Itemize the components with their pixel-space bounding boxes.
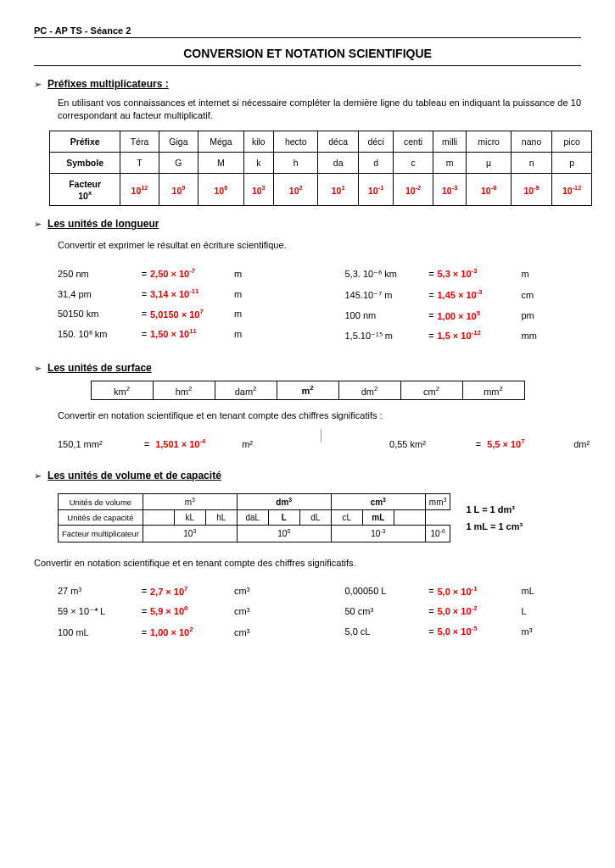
cell: h: [274, 152, 318, 173]
volume-table: Unités de volume m3 dm3 cm3 mm3 Unités d…: [58, 493, 450, 542]
lhs: 100 nm: [345, 310, 426, 320]
section-length-intro: Convertir et exprimer le résultat en écr…: [58, 240, 581, 250]
unit: cm: [522, 290, 534, 300]
volume-table-wrap: Unités de volume m3 dm3 cm3 mm3 Unités d…: [34, 488, 581, 548]
unit: cm³: [234, 606, 249, 616]
table-row: Préfixe Téra Giga Méga kilo hecto déca d…: [50, 131, 592, 152]
table-row: Symbole T G M k h da d c m µ n p: [50, 152, 592, 173]
cell: centi: [394, 131, 433, 152]
lhs: 100 mL: [58, 627, 138, 637]
row-header: Symbole: [50, 152, 120, 173]
lhs: 5,3. 10⁻⁶ km: [345, 269, 426, 280]
unit: m: [234, 329, 242, 339]
cell: Téra: [120, 131, 159, 152]
conv-line: 0,00050 L=5,0 × 10-1mL: [345, 585, 582, 597]
arrow-icon: ➢: [34, 219, 42, 230]
lhs: 59 × 10⁻⁴ L: [58, 606, 138, 617]
eq-ml-cm3: 1 mL = 1 cm³: [466, 521, 523, 531]
section-surface-intro: Convertir en notation scientifique et en…: [58, 410, 581, 420]
lhs: 1,5.10⁻¹⁵ m: [345, 331, 426, 342]
section-volume-label: Les unités de volume et de capacité: [48, 470, 221, 481]
cell: M: [198, 152, 243, 173]
answer: 2,7 × 107: [150, 585, 231, 597]
lhs: 50 cm³: [345, 606, 426, 616]
cell: 103: [243, 173, 273, 206]
cell: G: [159, 152, 198, 173]
length-conversions: 250 nm=2,50 × 10-7m31,4 pm=3,14 × 10-11m…: [58, 259, 581, 350]
cell: 10-3: [331, 526, 425, 542]
divider: [321, 429, 321, 442]
unit: cm³: [234, 586, 249, 596]
unit: m²: [242, 439, 253, 449]
cell: n: [511, 152, 551, 173]
cell: pico: [552, 131, 592, 152]
cell: dm3: [237, 494, 331, 510]
conv-line: 59 × 10⁻⁴ L=5,9 × 100cm³: [58, 604, 294, 617]
section-surface-head: ➢ Les unités de surface: [34, 362, 581, 374]
lhs: 31,4 pm: [58, 289, 138, 299]
equals: =: [426, 269, 438, 279]
cell: 103: [143, 526, 237, 542]
section-length-label: Les unités de longueur: [48, 218, 159, 230]
equals: =: [426, 290, 438, 300]
answer: 1,00 × 105: [438, 309, 518, 321]
cell: kL: [174, 510, 205, 526]
cell: mm2: [462, 381, 524, 400]
conv-line: 27 m³=2,7 × 107cm³: [58, 585, 294, 597]
answer: 5,0 × 10-5: [438, 625, 518, 637]
equals: =: [426, 310, 438, 320]
conv-line: 250 nm=2,50 × 10-7m: [58, 267, 294, 279]
cell: milli: [433, 131, 467, 152]
cell: 10-6: [425, 526, 450, 542]
equals: =: [138, 289, 150, 299]
col-right: 5,3. 10⁻⁶ km=5,3 × 10-3m145.10⁻⁷ m=1,45 …: [345, 259, 582, 350]
cell: 10-1: [358, 173, 393, 206]
section-volume-intro: Convertir en notation scientifique et en…: [34, 558, 581, 568]
equals: =: [138, 586, 150, 596]
answer: 5,0150 × 107: [150, 308, 231, 320]
table-row: Facteur10x 1012 109 106 103 102 101 10-1…: [50, 173, 592, 206]
unit: m: [234, 289, 242, 299]
cell: hm2: [153, 381, 215, 400]
lhs: 0,55 km²: [389, 439, 470, 449]
equals: =: [426, 586, 438, 596]
lhs: 5,0 cL: [345, 626, 426, 637]
conv-line: 100 mL=1,00 × 102cm³: [58, 626, 294, 637]
volume-conversions: 27 m³=2,7 × 107cm³59 × 10⁻⁴ L=5,9 × 100c…: [58, 576, 581, 646]
section-length-head: ➢ Les unités de longueur: [34, 218, 581, 230]
lhs: 50150 km: [58, 309, 138, 319]
unit: m: [234, 269, 242, 279]
cell: 10-2: [394, 173, 433, 206]
table-row: Unités de volume m3 dm3 cm3 mm3: [59, 494, 450, 510]
eq-l-dm3: 1 L = 1 dm³: [466, 504, 523, 515]
equals: =: [138, 269, 150, 279]
cell: dm2: [338, 381, 400, 400]
section-volume-head: ➢ Les unités de volume et de capacité: [34, 470, 581, 481]
cell: dam2: [215, 381, 277, 400]
lhs: 0,00050 L: [345, 586, 426, 596]
cell: 10-3: [433, 173, 467, 206]
conv-line: 145.10⁻⁷ m=1,45 × 10-3cm: [345, 288, 582, 301]
section-prefixes-label: Préfixes multiplicateurs :: [48, 78, 169, 90]
conv-line: 1,5.10⁻¹⁵ m=1,5 × 10-12mm: [345, 329, 582, 342]
conv-line: 100 nm=1,00 × 105pm: [345, 309, 582, 321]
cell: m2: [277, 381, 338, 400]
cell: T: [120, 152, 159, 173]
cell: 10-6: [467, 173, 511, 206]
cell: µ: [467, 152, 511, 173]
table-row: Facteur multiplicateur 103 100 10-3 10-6: [59, 526, 450, 542]
lhs: 27 m³: [58, 586, 138, 596]
answer: 5,0 × 10-2: [438, 604, 518, 616]
title-rule: [34, 65, 581, 66]
page-header: PC - AP TS - Séance 2: [34, 25, 581, 38]
equals: =: [141, 439, 153, 449]
answer: 5,5 × 107: [487, 437, 567, 449]
cell: déca: [318, 131, 358, 152]
cell: m: [433, 152, 467, 173]
conv-line: 150. 10⁶ km=1,50 × 1011m: [58, 327, 294, 340]
cell: cm3: [331, 494, 425, 510]
answer: 1,50 × 1011: [150, 327, 231, 339]
unit: cm³: [234, 627, 249, 637]
cell: déci: [358, 131, 393, 152]
lhs: 150. 10⁶ km: [58, 329, 138, 340]
